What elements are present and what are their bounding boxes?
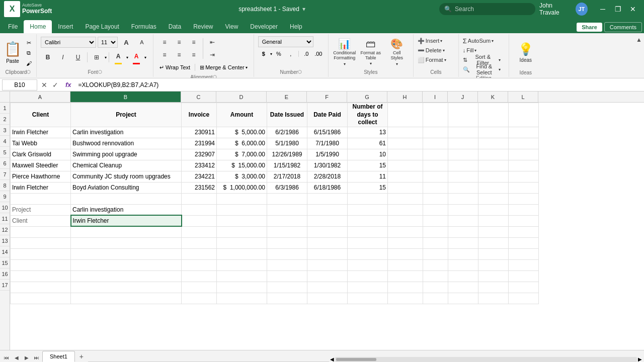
cell-D5[interactable]: $ 15,000.00	[217, 160, 267, 171]
cell-J17[interactable]	[448, 293, 478, 304]
cell-K4[interactable]	[478, 149, 509, 160]
cell-J11[interactable]	[448, 226, 478, 237]
increase-font-size-button[interactable]: A	[119, 36, 133, 48]
cell-L12[interactable]	[509, 237, 539, 248]
cell-styles-button[interactable]: 🎨 CellStyles ▾	[385, 38, 409, 67]
minimize-button[interactable]: ─	[596, 2, 610, 16]
cell-A5[interactable]: Maxwell Steedler	[11, 160, 71, 171]
cell-B10[interactable]: Irwin Fletcher	[71, 215, 182, 226]
cell-J13[interactable]	[448, 248, 478, 259]
cell-I7[interactable]	[423, 182, 448, 193]
cell-H3[interactable]	[388, 138, 423, 149]
cell-J4[interactable]	[448, 149, 478, 160]
cell-A2[interactable]: Irwin Fletcher	[11, 127, 71, 138]
cell-C8[interactable]	[182, 193, 217, 204]
tab-formulas[interactable]: Formulas	[125, 20, 163, 33]
share-button[interactable]: Share	[577, 23, 602, 32]
cell-D15[interactable]	[217, 270, 267, 282]
cell-E8[interactable]	[267, 193, 307, 204]
cell-I11[interactable]	[423, 226, 448, 237]
cell-G10[interactable]	[348, 215, 388, 226]
cell-F9[interactable]	[307, 204, 348, 215]
italic-button[interactable]: I	[56, 51, 70, 63]
cell-C6[interactable]: 234221	[182, 171, 217, 182]
cell-C16[interactable]	[182, 282, 217, 293]
cell-C11[interactable]	[182, 226, 217, 237]
cell-A3[interactable]: Tai Webb	[11, 138, 71, 149]
cell-D1[interactable]: Amount	[217, 103, 267, 127]
cell-B3[interactable]: Bushwood rennovation	[71, 138, 182, 149]
cell-K9[interactable]	[478, 204, 509, 215]
cell-B13[interactable]	[71, 248, 182, 259]
format-as-table-button[interactable]: 🗃 Format asTable ▾	[359, 38, 383, 67]
cell-K13[interactable]	[478, 248, 509, 259]
add-sheet-button[interactable]: +	[76, 351, 87, 362]
cell-A1[interactable]: Client	[11, 103, 71, 127]
cell-D14[interactable]	[217, 259, 267, 270]
cell-F14[interactable]	[307, 259, 348, 270]
collapse-ribbon-button[interactable]: ▲	[636, 36, 642, 43]
cell-E10[interactable]	[267, 215, 307, 226]
fill-color-button[interactable]: A	[111, 50, 125, 62]
cell-L17[interactable]	[509, 293, 539, 304]
cell-I13[interactable]	[423, 248, 448, 259]
cell-H4[interactable]	[388, 149, 423, 160]
col-header-H[interactable]: H	[387, 92, 423, 102]
cell-K3[interactable]	[478, 138, 509, 149]
cell-H5[interactable]	[388, 160, 423, 171]
decrease-indent-button[interactable]: ⇤	[205, 36, 219, 48]
cell-C5[interactable]: 233412	[182, 160, 217, 171]
row-num-10[interactable]: 10	[0, 202, 10, 213]
col-header-A[interactable]: A	[10, 92, 70, 102]
cell-H17[interactable]	[388, 293, 423, 304]
cell-L2[interactable]	[509, 127, 539, 138]
cell-K7[interactable]	[478, 182, 509, 193]
insert-button[interactable]: ➕ Insert ▾	[418, 36, 448, 45]
close-button[interactable]: ✕	[626, 2, 640, 16]
align-top-left[interactable]: ≡	[157, 36, 172, 48]
formula-input[interactable]	[76, 79, 642, 90]
cell-B9[interactable]: Carlin investigation	[71, 204, 182, 215]
hscroll-right[interactable]: ▶	[638, 356, 642, 362]
cell-L4[interactable]	[509, 149, 539, 160]
tab-nav-last[interactable]: ⏭	[32, 353, 41, 362]
cell-A11[interactable]	[11, 226, 71, 237]
borders-button[interactable]: ⊞	[90, 51, 104, 63]
cell-D3[interactable]: $ 6,000.00	[217, 138, 267, 149]
cell-K6[interactable]	[478, 171, 509, 182]
cell-F7[interactable]: 6/18/1986	[307, 182, 348, 193]
cell-F8[interactable]	[307, 193, 348, 204]
decrease-decimal-button[interactable]: .0	[301, 49, 312, 59]
conditional-formatting-button[interactable]: 📊 ConditionalFormatting ▾	[333, 38, 357, 67]
font-size-select[interactable]: 11	[98, 37, 118, 48]
tab-nav-next[interactable]: ▶	[22, 353, 31, 362]
tab-file[interactable]: File	[2, 20, 24, 33]
cell-C7[interactable]: 231562	[182, 182, 217, 193]
cell-K11[interactable]	[478, 226, 509, 237]
cell-G12[interactable]	[348, 237, 388, 248]
col-header-J[interactable]: J	[448, 92, 478, 102]
cell-K5[interactable]	[478, 160, 509, 171]
cell-F4[interactable]: 1/5/1990	[307, 149, 348, 160]
align-top-right[interactable]: ≡	[187, 36, 201, 48]
col-header-G[interactable]: G	[347, 92, 387, 102]
delete-button[interactable]: ➖ Delete ▾	[418, 46, 448, 55]
autosum-button[interactable]: Σ AutoSum ▾	[463, 36, 501, 45]
cell-D10[interactable]	[217, 215, 267, 226]
cell-C15[interactable]	[182, 270, 217, 282]
cell-D13[interactable]	[217, 248, 267, 259]
cell-B8[interactable]	[71, 193, 182, 204]
cell-A6[interactable]: Pierce Hawthorne	[11, 171, 71, 182]
cell-J9[interactable]	[448, 204, 478, 215]
currency-button[interactable]: $	[258, 49, 269, 59]
tab-review[interactable]: Review	[187, 20, 219, 33]
cell-K17[interactable]	[478, 293, 509, 304]
cell-H6[interactable]	[388, 171, 423, 182]
tab-nav-first[interactable]: ⏮	[2, 353, 11, 362]
col-header-D[interactable]: D	[216, 92, 267, 102]
cell-E4[interactable]: 12/26/1989	[267, 149, 307, 160]
cell-C13[interactable]	[182, 248, 217, 259]
cell-H13[interactable]	[388, 248, 423, 259]
cell-E12[interactable]	[267, 237, 307, 248]
tab-insert[interactable]: Insert	[52, 20, 79, 33]
